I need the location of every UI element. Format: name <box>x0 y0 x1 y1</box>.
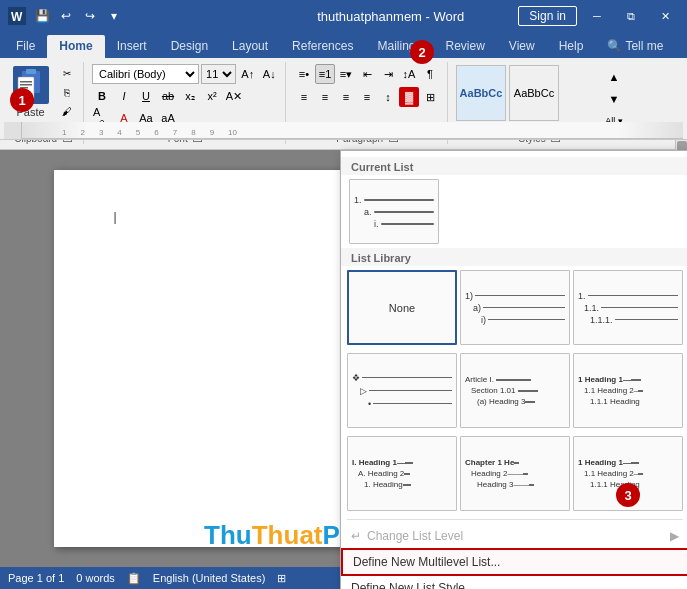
change-list-arrow: ▶ <box>670 529 679 543</box>
or2: 1.1. <box>578 303 678 313</box>
none-label: None <box>389 302 415 314</box>
tab-help[interactable]: Help <box>547 35 596 58</box>
list-chapter[interactable]: Chapter 1 He Heading 2—— Heading 3—— <box>460 436 570 511</box>
redo-btn[interactable]: ↪ <box>80 6 100 26</box>
format-painter-button[interactable]: 🖌 <box>55 102 79 120</box>
strikethrough-button[interactable]: ab <box>158 86 178 106</box>
font-name-select[interactable]: Calibri (Body) <box>92 64 199 84</box>
line-spacing-btn[interactable]: ↕ <box>378 87 398 107</box>
list-outline-content: 1. 1.1. 1.1.1. <box>578 289 678 327</box>
close-button[interactable]: ✕ <box>651 2 679 30</box>
bold-button[interactable]: B <box>92 86 112 106</box>
borders-btn[interactable]: ⊞ <box>420 87 440 107</box>
hn3: 1.1.1 Heading <box>578 397 678 406</box>
word-icon: W <box>8 7 26 25</box>
list-library-label: List Library <box>341 248 687 266</box>
increase-font-btn[interactable]: A↑ <box>238 64 257 84</box>
tab-view[interactable]: View <box>497 35 547 58</box>
styles-scroll-down[interactable]: ▼ <box>604 89 624 109</box>
list-bullet-arrows[interactable]: ❖ ▷ • <box>347 353 457 428</box>
svg-rect-3 <box>26 69 36 74</box>
habc3: 1. Heading <box>352 480 452 489</box>
align-center-btn[interactable]: ≡ <box>315 87 335 107</box>
list-numbered-abc[interactable]: 1) a) i) <box>460 270 570 345</box>
list-outline[interactable]: 1. 1.1. 1.1.1. <box>573 270 683 345</box>
restore-button[interactable]: ⧉ <box>617 2 645 30</box>
list-hn-content: 1 Heading 1— 1.1 Heading 2– 1.1.1 Headin… <box>578 373 678 408</box>
copy-button[interactable]: ⎘ <box>55 83 79 101</box>
tab-references[interactable]: References <box>280 35 365 58</box>
decrease-font-btn[interactable]: A↓ <box>260 64 279 84</box>
window-title: thuthuatphanmem - Word <box>263 9 518 24</box>
list-library-grid-row1: None 1) a) i) 1. 1.1. 1.1.1. <box>341 266 687 349</box>
ll1: 1. <box>354 195 434 205</box>
multilevel-list-button[interactable]: ≡▾ <box>336 64 356 84</box>
list-btn-row: ≡• ≡1 ≡▾ ⇤ ⇥ ↕A ¶ <box>294 64 441 84</box>
ribbon-tabs: File Home Insert Design Layout Reference… <box>0 32 687 58</box>
change-list-icon: ↵ <box>351 529 361 543</box>
wm-thu: Thu <box>204 520 252 550</box>
change-list-level-label: Change List Level <box>367 529 463 543</box>
list-heading1-abc[interactable]: I. Heading 1— A. Heading 2 1. Heading <box>347 436 457 511</box>
sign-in-button[interactable]: Sign in <box>518 6 577 26</box>
habc2: A. Heading 2 <box>352 469 452 478</box>
style-no-spacing[interactable]: AaBbCc <box>509 65 559 121</box>
font-selector-row: Calibri (Body) 11 A↑ A↓ <box>92 64 279 84</box>
show-hide-btn[interactable]: ¶ <box>420 64 440 84</box>
list-arrows-content: ❖ ▷ • <box>352 370 452 412</box>
align-btn-row: ≡ ≡ ≡ ≡ ↕ ▓ ⊞ <box>294 87 441 107</box>
svg-text:W: W <box>11 10 23 24</box>
proofing-icon: 📋 <box>127 572 141 585</box>
artrow1: Article I. <box>465 375 565 384</box>
ruler-corner <box>4 122 22 139</box>
align-right-btn[interactable]: ≡ <box>336 87 356 107</box>
bullets-button[interactable]: ≡• <box>294 64 314 84</box>
underline-button[interactable]: U <box>136 86 156 106</box>
list-heading-numbered[interactable]: 1 Heading 1— 1.1 Heading 2– 1.1.1 Headin… <box>573 353 683 428</box>
sort-btn[interactable]: ↕A <box>399 64 419 84</box>
decrease-indent-btn[interactable]: ⇤ <box>357 64 377 84</box>
styles-scroll-up[interactable]: ▲ <box>604 67 624 87</box>
tab-insert[interactable]: Insert <box>105 35 159 58</box>
define-multilevel-item[interactable]: Define New Multilevel List... <box>341 548 687 576</box>
tab-layout[interactable]: Layout <box>220 35 280 58</box>
tab-review[interactable]: Review <box>433 35 496 58</box>
shading-btn[interactable]: ▓ <box>399 87 419 107</box>
save-quick-btn[interactable]: 💾 <box>32 6 52 26</box>
ar1: ❖ <box>352 373 452 383</box>
list-article[interactable]: Article I. Section 1.01 (a) Heading 3 <box>460 353 570 428</box>
current-list-box[interactable]: 1. a. i. <box>349 179 439 244</box>
current-list-preview: 1. a. i. <box>341 175 687 248</box>
lrow1: 1) <box>465 291 565 301</box>
numbering-button[interactable]: ≡1 <box>315 64 335 84</box>
ar3: • <box>352 399 452 409</box>
list-habc-content: I. Heading 1— A. Heading 2 1. Heading <box>352 456 452 491</box>
list-none[interactable]: None <box>347 270 457 345</box>
tab-tell-me[interactable]: 🔍 Tell me <box>595 35 675 58</box>
tab-design[interactable]: Design <box>159 35 220 58</box>
tab-file[interactable]: File <box>4 35 47 58</box>
increase-indent-btn[interactable]: ⇥ <box>378 64 398 84</box>
undo-btn[interactable]: ↩ <box>56 6 76 26</box>
quick-access-toolbar: 💾 ↩ ↪ ▾ <box>32 6 124 26</box>
justify-btn[interactable]: ≡ <box>357 87 377 107</box>
subscript-button[interactable]: x₂ <box>180 86 200 106</box>
title-bar-left: W 💾 ↩ ↪ ▾ <box>8 6 263 26</box>
ch1: Chapter 1 He <box>465 458 565 467</box>
step-badge-1: 1 <box>10 88 34 112</box>
style-normal[interactable]: AaBbCc <box>456 65 506 121</box>
change-list-level-item: ↵ Change List Level ▶ <box>341 524 687 548</box>
italic-button[interactable]: I <box>114 86 134 106</box>
tab-home[interactable]: Home <box>47 35 104 58</box>
current-list-label: Current List <box>341 157 687 175</box>
superscript-button[interactable]: x² <box>202 86 222 106</box>
define-list-style-item[interactable]: Define New List Style... <box>341 576 687 589</box>
cursor-line: | <box>114 210 117 224</box>
ruler: 12345678910 <box>0 122 687 140</box>
minimize-button[interactable]: ─ <box>583 2 611 30</box>
font-size-select[interactable]: 11 <box>201 64 236 84</box>
cut-button[interactable]: ✂ <box>55 64 79 82</box>
align-left-btn[interactable]: ≡ <box>294 87 314 107</box>
customize-qa-btn[interactable]: ▾ <box>104 6 124 26</box>
clear-format-button[interactable]: A✕ <box>224 86 244 106</box>
